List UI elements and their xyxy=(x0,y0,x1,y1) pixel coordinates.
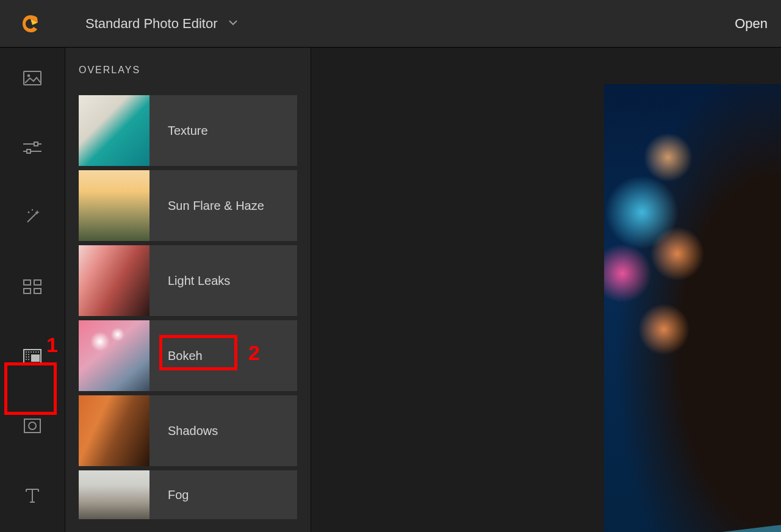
tool-overlays[interactable] xyxy=(19,343,46,370)
overlay-item-lightleaks[interactable]: Light Leaks xyxy=(79,245,297,316)
overlay-label: Light Leaks xyxy=(168,274,230,288)
tool-image[interactable] xyxy=(19,65,46,92)
annotation-number-1: 1 xyxy=(46,333,58,357)
overlay-item-bokeh[interactable]: Bokeh 2 xyxy=(79,320,297,391)
app-mode-dropdown[interactable]: Standard Photo Editor xyxy=(85,16,238,32)
sliders-icon xyxy=(23,141,41,154)
open-button[interactable]: Open xyxy=(735,16,768,32)
svg-point-28 xyxy=(29,422,36,430)
svg-point-25 xyxy=(26,359,27,360)
svg-point-15 xyxy=(26,351,27,353)
app-logo xyxy=(18,12,43,36)
logo-icon xyxy=(20,13,41,34)
tool-presets[interactable] xyxy=(19,273,46,300)
svg-rect-0 xyxy=(24,71,41,85)
svg-rect-27 xyxy=(24,419,40,433)
tool-adjust[interactable] xyxy=(19,134,46,161)
svg-rect-9 xyxy=(24,280,31,285)
overlays-panel: OVERLAYS Texture Sun Flare & Haze Light … xyxy=(65,48,311,532)
chevron-down-icon xyxy=(228,18,238,30)
circle-overlay-icon xyxy=(24,419,41,433)
svg-rect-10 xyxy=(34,280,41,285)
overlay-item-texture[interactable]: Texture xyxy=(79,95,297,166)
svg-point-19 xyxy=(35,351,37,353)
svg-rect-3 xyxy=(34,142,38,146)
svg-point-16 xyxy=(28,351,29,353)
annotation-box-1 xyxy=(4,362,57,415)
overlay-item-sunflare[interactable]: Sun Flare & Haze xyxy=(79,170,297,241)
svg-point-26 xyxy=(28,359,29,360)
app-root: Standard Photo Editor Open xyxy=(0,0,781,532)
svg-rect-5 xyxy=(27,149,31,153)
overlay-list: Texture Sun Flare & Haze Light Leaks Bok… xyxy=(79,95,297,519)
overlay-label: Sun Flare & Haze xyxy=(168,199,264,213)
svg-point-17 xyxy=(31,351,32,353)
overlay-thumb xyxy=(79,395,149,466)
overlay-item-shadows[interactable]: Shadows xyxy=(79,395,297,466)
overlay-thumb xyxy=(79,170,149,241)
image-icon xyxy=(23,71,41,85)
wand-icon xyxy=(24,209,41,226)
tool-text[interactable] xyxy=(19,482,46,509)
svg-point-21 xyxy=(26,354,27,355)
grid-icon xyxy=(23,279,41,294)
top-bar: Standard Photo Editor Open xyxy=(0,0,781,48)
svg-rect-12 xyxy=(34,289,41,293)
svg-point-24 xyxy=(28,356,29,358)
preview-image xyxy=(604,84,781,532)
svg-point-1 xyxy=(27,74,31,77)
svg-point-7 xyxy=(28,212,30,214)
text-icon xyxy=(25,487,40,503)
overlay-thumb xyxy=(79,95,149,166)
overlay-item-fog[interactable]: Fog xyxy=(79,470,297,519)
app-title: Standard Photo Editor xyxy=(85,16,217,32)
canvas-area[interactable] xyxy=(311,48,781,532)
svg-rect-14 xyxy=(31,354,40,362)
main-body: 1 OVERLAYS Texture Sun Flare & Haze Ligh… xyxy=(0,48,781,532)
overlay-thumb xyxy=(79,320,149,391)
tool-rail: 1 xyxy=(0,48,65,532)
annotation-number-2: 2 xyxy=(248,341,260,365)
overlay-label: Shadows xyxy=(168,424,218,438)
svg-point-22 xyxy=(28,354,29,355)
overlay-thumb xyxy=(79,470,149,519)
svg-point-23 xyxy=(26,356,27,358)
svg-line-6 xyxy=(27,212,37,222)
tool-frames[interactable] xyxy=(19,412,46,439)
svg-rect-11 xyxy=(24,289,31,293)
svg-point-20 xyxy=(38,351,39,353)
panel-title: OVERLAYS xyxy=(79,65,297,76)
svg-point-18 xyxy=(33,351,34,353)
overlay-label: Bokeh xyxy=(168,349,203,363)
svg-point-8 xyxy=(32,209,33,210)
overlays-icon xyxy=(23,349,41,364)
tool-effects[interactable] xyxy=(19,204,46,231)
overlay-label: Fog xyxy=(168,488,189,502)
overlay-label: Texture xyxy=(168,124,208,138)
overlay-thumb xyxy=(79,245,149,316)
